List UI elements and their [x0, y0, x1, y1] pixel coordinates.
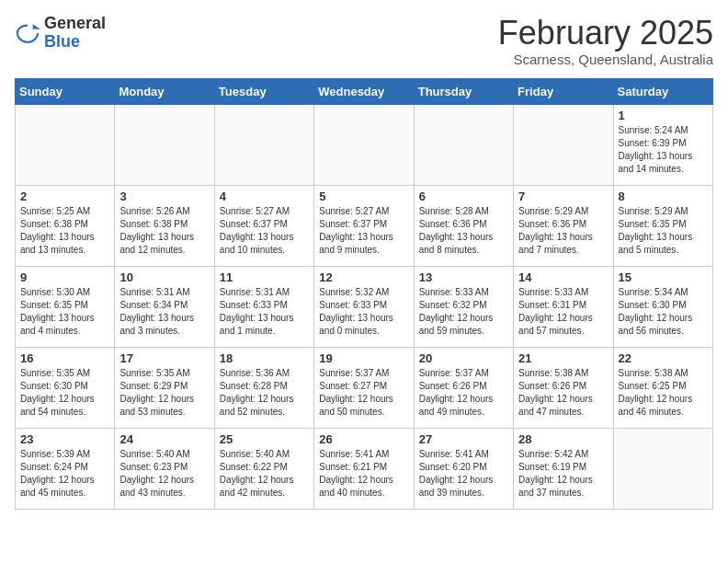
day-number: 15 — [619, 270, 708, 284]
calendar-cell: 7Sunrise: 5:29 AM Sunset: 6:36 PM Daylig… — [514, 185, 613, 266]
calendar-table: SundayMondayTuesdayWednesdayThursdayFrid… — [15, 78, 713, 510]
day-info: Sunrise: 5:35 AM Sunset: 6:29 PM Dayligh… — [119, 367, 209, 419]
calendar-cell: 23Sunrise: 5:39 AM Sunset: 6:24 PM Dayli… — [16, 428, 115, 509]
calendar-cell: 9Sunrise: 5:30 AM Sunset: 6:35 PM Daylig… — [16, 266, 115, 347]
day-number: 1 — [619, 109, 708, 122]
day-number: 5 — [319, 190, 408, 203]
calendar-cell — [613, 428, 712, 509]
calendar-cell: 2Sunrise: 5:25 AM Sunset: 6:38 PM Daylig… — [16, 185, 115, 266]
day-info: Sunrise: 5:32 AM Sunset: 6:33 PM Dayligh… — [319, 286, 408, 338]
calendar-cell: 20Sunrise: 5:37 AM Sunset: 6:26 PM Dayli… — [414, 347, 513, 428]
calendar-cell: 1Sunrise: 5:24 AM Sunset: 6:39 PM Daylig… — [613, 104, 712, 185]
weekday-header-monday: Monday — [115, 78, 214, 104]
day-info: Sunrise: 5:25 AM Sunset: 6:38 PM Dayligh… — [20, 205, 109, 257]
day-number: 23 — [20, 432, 109, 446]
day-info: Sunrise: 5:35 AM Sunset: 6:30 PM Dayligh… — [20, 367, 109, 419]
calendar-cell: 12Sunrise: 5:32 AM Sunset: 6:33 PM Dayli… — [314, 266, 414, 347]
day-number: 6 — [419, 190, 508, 203]
logo-icon — [15, 20, 40, 46]
calendar-cell: 25Sunrise: 5:40 AM Sunset: 6:22 PM Dayli… — [214, 428, 313, 509]
day-info: Sunrise: 5:36 AM Sunset: 6:28 PM Dayligh… — [220, 367, 309, 419]
calendar-cell: 18Sunrise: 5:36 AM Sunset: 6:28 PM Dayli… — [214, 347, 313, 428]
calendar-cell: 22Sunrise: 5:38 AM Sunset: 6:25 PM Dayli… — [613, 347, 712, 428]
day-number: 25 — [220, 432, 309, 446]
day-number: 16 — [20, 351, 109, 365]
day-info: Sunrise: 5:41 AM Sunset: 6:20 PM Dayligh… — [419, 448, 508, 500]
day-info: Sunrise: 5:29 AM Sunset: 6:35 PM Dayligh… — [619, 205, 708, 257]
calendar-cell: 8Sunrise: 5:29 AM Sunset: 6:35 PM Daylig… — [613, 185, 712, 266]
day-info: Sunrise: 5:33 AM Sunset: 6:31 PM Dayligh… — [518, 286, 608, 338]
calendar-cell: 5Sunrise: 5:27 AM Sunset: 6:37 PM Daylig… — [314, 185, 414, 266]
day-number: 10 — [119, 270, 209, 284]
day-number: 11 — [220, 270, 309, 284]
page-header: General Blue February 2025 Scarness, Que… — [15, 15, 713, 67]
day-info: Sunrise: 5:42 AM Sunset: 6:19 PM Dayligh… — [518, 448, 608, 500]
day-info: Sunrise: 5:28 AM Sunset: 6:36 PM Dayligh… — [419, 205, 508, 257]
week-row-4: 16Sunrise: 5:35 AM Sunset: 6:30 PM Dayli… — [16, 347, 713, 428]
calendar-cell: 11Sunrise: 5:31 AM Sunset: 6:33 PM Dayli… — [214, 266, 313, 347]
week-row-3: 9Sunrise: 5:30 AM Sunset: 6:35 PM Daylig… — [16, 266, 713, 347]
day-number: 21 — [518, 351, 608, 365]
day-info: Sunrise: 5:24 AM Sunset: 6:39 PM Dayligh… — [619, 124, 708, 176]
week-row-2: 2Sunrise: 5:25 AM Sunset: 6:38 PM Daylig… — [16, 185, 713, 266]
calendar-cell: 13Sunrise: 5:33 AM Sunset: 6:32 PM Dayli… — [414, 266, 513, 347]
logo: General Blue — [15, 15, 106, 52]
day-info: Sunrise: 5:41 AM Sunset: 6:21 PM Dayligh… — [319, 448, 408, 500]
weekday-header-saturday: Saturday — [613, 78, 712, 104]
day-number: 14 — [518, 270, 608, 284]
calendar-cell — [414, 104, 513, 185]
calendar-cell: 3Sunrise: 5:26 AM Sunset: 6:38 PM Daylig… — [115, 185, 214, 266]
svg-marker-0 — [33, 24, 40, 29]
day-info: Sunrise: 5:27 AM Sunset: 6:37 PM Dayligh… — [319, 205, 408, 257]
calendar-cell: 17Sunrise: 5:35 AM Sunset: 6:29 PM Dayli… — [115, 347, 214, 428]
day-info: Sunrise: 5:39 AM Sunset: 6:24 PM Dayligh… — [20, 448, 109, 500]
calendar-cell — [514, 104, 613, 185]
month-title: February 2025 — [498, 15, 713, 52]
day-number: 27 — [419, 432, 508, 446]
day-info: Sunrise: 5:40 AM Sunset: 6:23 PM Dayligh… — [119, 448, 209, 500]
calendar-cell — [16, 104, 115, 185]
day-info: Sunrise: 5:38 AM Sunset: 6:25 PM Dayligh… — [619, 367, 708, 419]
weekday-header-tuesday: Tuesday — [214, 78, 313, 104]
weekday-header-thursday: Thursday — [414, 78, 513, 104]
day-info: Sunrise: 5:40 AM Sunset: 6:22 PM Dayligh… — [220, 448, 309, 500]
day-info: Sunrise: 5:34 AM Sunset: 6:30 PM Dayligh… — [619, 286, 708, 338]
weekday-header-row: SundayMondayTuesdayWednesdayThursdayFrid… — [16, 78, 713, 104]
day-number: 26 — [319, 432, 408, 446]
day-number: 22 — [619, 351, 708, 365]
calendar-cell: 28Sunrise: 5:42 AM Sunset: 6:19 PM Dayli… — [514, 428, 613, 509]
day-info: Sunrise: 5:38 AM Sunset: 6:26 PM Dayligh… — [518, 367, 608, 419]
day-info: Sunrise: 5:37 AM Sunset: 6:27 PM Dayligh… — [319, 367, 408, 419]
weekday-header-sunday: Sunday — [16, 78, 115, 104]
logo-blue-text: Blue — [44, 32, 80, 51]
day-number: 4 — [220, 190, 309, 203]
day-number: 9 — [20, 270, 109, 284]
calendar-cell: 19Sunrise: 5:37 AM Sunset: 6:27 PM Dayli… — [314, 347, 414, 428]
week-row-1: 1Sunrise: 5:24 AM Sunset: 6:39 PM Daylig… — [16, 104, 713, 185]
day-info: Sunrise: 5:31 AM Sunset: 6:33 PM Dayligh… — [220, 286, 309, 338]
title-block: February 2025 Scarness, Queensland, Aust… — [498, 15, 713, 67]
weekday-header-wednesday: Wednesday — [314, 78, 414, 104]
calendar-cell: 4Sunrise: 5:27 AM Sunset: 6:37 PM Daylig… — [214, 185, 313, 266]
day-number: 19 — [319, 351, 408, 365]
day-info: Sunrise: 5:37 AM Sunset: 6:26 PM Dayligh… — [419, 367, 508, 419]
day-info: Sunrise: 5:33 AM Sunset: 6:32 PM Dayligh… — [419, 286, 508, 338]
day-number: 2 — [20, 190, 109, 203]
day-number: 24 — [119, 432, 209, 446]
day-number: 12 — [319, 270, 408, 284]
day-number: 3 — [119, 190, 209, 203]
day-number: 13 — [419, 270, 508, 284]
calendar-cell — [214, 104, 313, 185]
location-title: Scarness, Queensland, Australia — [498, 52, 713, 67]
calendar-cell: 14Sunrise: 5:33 AM Sunset: 6:31 PM Dayli… — [514, 266, 613, 347]
day-number: 7 — [518, 190, 608, 203]
day-info: Sunrise: 5:30 AM Sunset: 6:35 PM Dayligh… — [20, 286, 109, 338]
calendar-cell: 24Sunrise: 5:40 AM Sunset: 6:23 PM Dayli… — [115, 428, 214, 509]
day-number: 8 — [619, 190, 708, 203]
day-number: 18 — [220, 351, 309, 365]
day-info: Sunrise: 5:26 AM Sunset: 6:38 PM Dayligh… — [119, 205, 209, 257]
calendar-cell: 26Sunrise: 5:41 AM Sunset: 6:21 PM Dayli… — [314, 428, 414, 509]
calendar-cell — [314, 104, 414, 185]
calendar-cell: 6Sunrise: 5:28 AM Sunset: 6:36 PM Daylig… — [414, 185, 513, 266]
day-number: 28 — [518, 432, 608, 446]
